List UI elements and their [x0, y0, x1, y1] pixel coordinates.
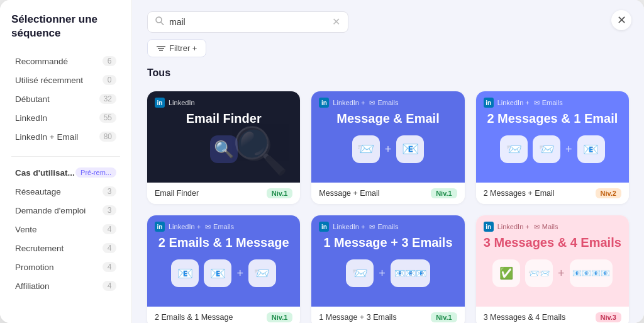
linkedin-logo-icon: in: [484, 98, 494, 108]
message-icon-box: 📨: [352, 135, 380, 163]
linkedin-logo-icon: in: [319, 98, 329, 108]
email-icon: ✉: [534, 99, 540, 107]
plus-icon: +: [379, 267, 386, 280]
cards-container: in LinkedIn Email Finder 🔍 🔍 Email Finde…: [132, 85, 644, 323]
email-icon: ✉: [205, 223, 211, 231]
email-icon-box-1: 📧: [171, 259, 199, 287]
email-icon-box: 📧: [396, 135, 424, 163]
filter-icon: [157, 45, 165, 52]
linkedin-logo-icon: in: [155, 222, 165, 232]
close-button[interactable]: ✕: [611, 10, 631, 30]
email-icon-box-2: 📧: [204, 259, 231, 287]
card-badge: in LinkedIn + ✉ Emails: [319, 222, 398, 232]
sidebar-item-linkedin-email[interactable]: LinkedIn + Email 80: [4, 127, 128, 146]
card-2messages-1email[interactable]: in LinkedIn + ✉ Emails 2 Messages & 1 Em…: [476, 91, 629, 204]
search-bar: ✕: [147, 11, 348, 33]
email-icon: ✉: [369, 223, 375, 231]
card-email-finder[interactable]: in LinkedIn Email Finder 🔍 🔍 Email Finde…: [147, 91, 300, 204]
card-footer-label: 3 Messages & 4 Emails: [484, 313, 566, 322]
card-icons: 📧 📧 + 📨: [171, 259, 276, 287]
sidebar-item-affiliation[interactable]: Affiliation 4: [4, 276, 128, 295]
card-visual-message-email: in LinkedIn + ✉ Emails Message & Email 📨…: [311, 91, 464, 183]
card-visual-2emails-1message: in LinkedIn + ✉ Emails 2 Emails & 1 Mess…: [147, 215, 300, 307]
card-visual-1message-3emails: in LinkedIn + ✉ Emails 1 Message + 3 Ema…: [311, 215, 464, 307]
sidebar-item-demande-emploi[interactable]: Demande d'emploi 3: [4, 201, 128, 220]
sidebar-item-debutant[interactable]: Débutant 32: [4, 89, 128, 108]
card-visual-email-finder: in LinkedIn Email Finder 🔍 🔍: [147, 91, 300, 183]
main-content: ✕ Filtrer + Tous: [132, 0, 644, 323]
card-3messages-4emails[interactable]: in LinkedIn + ✉ Mails 3 Messages & 4 Ema…: [476, 215, 629, 323]
check-icon-box: ✅: [492, 259, 520, 287]
sidebar: Sélectionner une séquence Recommandé 6 U…: [0, 0, 132, 323]
message-icon-box-1: 📨: [500, 135, 528, 163]
card-2emails-1message[interactable]: in LinkedIn + ✉ Emails 2 Emails & 1 Mess…: [147, 215, 300, 323]
card-level-badge: Niv.2: [596, 188, 621, 198]
linkedin-logo-icon: in: [155, 98, 165, 108]
card-level-badge: Niv.1: [431, 188, 457, 198]
card-badge: in LinkedIn + ✉ Emails: [484, 98, 563, 108]
bg-search-icon: 🔍: [232, 124, 289, 178]
message-icon-box-2: 📨: [533, 135, 560, 163]
main-header: ✕ Filtrer + Tous: [132, 0, 644, 85]
sidebar-item-recrutement[interactable]: Recrutement 4: [4, 239, 128, 258]
card-level-badge: Niv.1: [267, 188, 292, 198]
card-level-badge: Niv.1: [267, 312, 292, 322]
card-badge: in LinkedIn + ✉ Emails: [155, 222, 234, 232]
card-icons: 🔍 🔍: [210, 135, 238, 163]
email-icon: ✉: [534, 223, 540, 231]
section-title: Tous: [147, 64, 629, 79]
cards-grid: in LinkedIn Email Finder 🔍 🔍 Email Finde…: [147, 91, 629, 323]
card-footer-email-finder: Email Finder Niv.1: [147, 183, 300, 204]
card-footer-message-email: Message + Email Niv.1: [311, 183, 464, 204]
sidebar-item-linkedin[interactable]: LinkedIn 55: [4, 108, 128, 127]
card-1message-3emails[interactable]: in LinkedIn + ✉ Emails 1 Message + 3 Ema…: [311, 215, 464, 323]
sidebar-item-recommande[interactable]: Recommandé 6: [4, 52, 128, 71]
svg-line-1: [161, 22, 164, 25]
card-footer-label: 2 Emails & 1 Message: [155, 313, 233, 322]
card-footer-label: 2 Messages + Email: [484, 189, 555, 198]
card-badge: in LinkedIn + ✉ Mails: [484, 222, 558, 232]
search-icon: [155, 16, 164, 28]
card-icons: 📨 📨 + 📧: [500, 135, 605, 163]
card-icons: 📨 + 📧📧📧: [346, 259, 430, 287]
search-input[interactable]: [169, 17, 327, 27]
card-footer-2emails-1message: 2 Emails & 1 Message Niv.1: [147, 307, 300, 323]
card-badge: in LinkedIn + ✉ Emails: [319, 98, 398, 108]
email-icon-box: 📧: [577, 135, 605, 163]
card-icons: ✅ 📨📨 + 📧📧📧📧: [492, 259, 613, 287]
card-level-badge: Niv.1: [431, 312, 457, 322]
sidebar-title: Sélectionner une séquence: [0, 13, 131, 52]
sidebar-main-section: Recommandé 6 Utilisé récemment 0 Débutan…: [0, 52, 131, 150]
card-footer-3messages-4emails: 3 Messages & 4 Emails Niv.3: [476, 307, 629, 323]
multi-email-box: 📧📧📧📧: [570, 259, 613, 287]
message-icon-box: 📨: [346, 259, 374, 287]
message-icon-box: 📨: [248, 259, 276, 287]
card-footer-2messages-1email: 2 Messages + Email Niv.2: [476, 183, 629, 204]
sidebar-item-utilise-recemment[interactable]: Utilisé récemment 0: [4, 71, 128, 89]
sidebar-item-vente[interactable]: Vente 4: [4, 220, 128, 239]
card-footer-label: 1 Message + 3 Emails: [319, 313, 396, 322]
sidebar-cas-header: Cas d'utilisat... Pré-rem...: [4, 163, 128, 182]
sidebar-item-reseautage[interactable]: Réseautage 3: [4, 182, 128, 201]
plus-icon: +: [565, 143, 572, 156]
card-visual-2messages-1email: in LinkedIn + ✉ Emails 2 Messages & 1 Em…: [476, 91, 629, 183]
card-badge: in LinkedIn: [155, 98, 195, 108]
card-title: 3 Messages & 4 Emails: [484, 235, 621, 251]
card-visual-3messages-4emails: in LinkedIn + ✉ Mails 3 Messages & 4 Ema…: [476, 215, 629, 307]
multi-email-box: 📧📧📧: [391, 259, 430, 287]
card-title: 1 Message + 3 Emails: [323, 235, 452, 251]
sidebar-divider: [11, 156, 120, 157]
card-message-email[interactable]: in LinkedIn + ✉ Emails Message & Email 📨…: [311, 91, 464, 204]
card-level-badge: Niv.3: [596, 312, 621, 322]
linkedin-logo-icon: in: [319, 222, 329, 232]
card-footer-1message-3emails: 1 Message + 3 Emails Niv.1: [311, 307, 464, 323]
multi-message-box: 📨📨: [525, 259, 553, 287]
search-clear-button[interactable]: ✕: [332, 17, 340, 27]
modal: Sélectionner une séquence Recommandé 6 U…: [0, 0, 644, 323]
card-footer-label: Email Finder: [155, 189, 199, 198]
card-footer-label: Message + Email: [319, 189, 379, 198]
filter-button[interactable]: Filtrer +: [147, 39, 206, 57]
sidebar-cas-section: Réseautage 3 Demande d'emploi 3 Vente 4 …: [0, 182, 131, 299]
sidebar-item-promotion[interactable]: Promotion 4: [4, 258, 128, 276]
plus-icon: +: [385, 143, 392, 156]
